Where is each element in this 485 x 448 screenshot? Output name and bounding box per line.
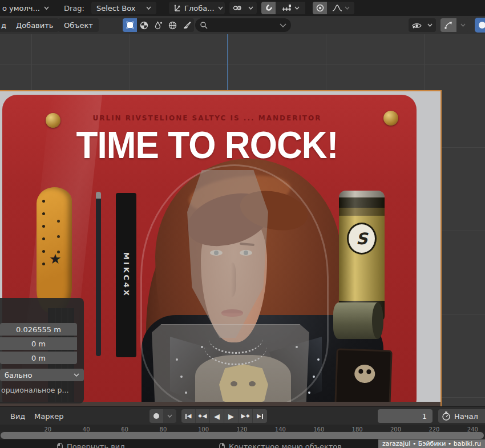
gizmo-arc-arrow-icon	[444, 21, 453, 30]
strip-vertical-text: MIKC4X	[122, 252, 131, 298]
guitar-star-decal: ★	[49, 251, 62, 267]
viewport-header: д Добавить Объект	[0, 16, 485, 34]
jump-to-end-button[interactable]: ▶	[253, 409, 267, 423]
ruler-frame-number: 140	[275, 426, 286, 431]
left-triangle-icon: ◀	[203, 413, 207, 419]
play-button[interactable]: ▶	[224, 409, 239, 423]
ruler-frame-number: 60	[121, 426, 128, 431]
move-x-field[interactable]: 0.026555 m	[0, 323, 77, 336]
globe-icon	[168, 21, 177, 30]
tool-settings-bar: о умолч... Drag: Select Box Глоба...	[0, 0, 485, 16]
guitar-headstock	[37, 186, 72, 314]
chevron-down-icon	[427, 23, 433, 27]
menu-object[interactable]: Объект	[58, 18, 99, 32]
operator-panel-move[interactable]: 0.026555 m 0 m 0 m бально орциональное р…	[0, 298, 84, 403]
orientation-value: Глоба...	[184, 4, 215, 13]
falloff-curve-icon	[332, 4, 342, 12]
texture-paint-button[interactable]	[180, 18, 194, 32]
status-hint-context-menu: Контекстное меню объектов	[219, 442, 342, 448]
brush-icon	[183, 21, 191, 30]
eye-icon	[412, 22, 422, 29]
move-y-field[interactable]: 0 m	[0, 337, 77, 350]
frame-start-field[interactable]: Начал	[438, 409, 485, 423]
right-triangle-icon: ▶	[257, 413, 261, 419]
timeline-ruler[interactable]: 20406080100120140160180200220240	[0, 425, 485, 431]
stopwatch-icon	[442, 411, 451, 421]
left-triangle-icon: ◀	[214, 413, 220, 420]
world-button[interactable]	[165, 18, 180, 32]
prev-keyframe-button[interactable]: ◆◀	[196, 409, 210, 423]
chevron-down-icon	[280, 23, 286, 27]
drumstick	[96, 192, 101, 356]
preset-dropdown[interactable]: о умолч...	[2, 2, 49, 14]
timeline-menu-view[interactable]: Вид	[7, 409, 29, 423]
search-input[interactable]	[195, 18, 291, 32]
next-keyframe-button[interactable]: ▶◆	[239, 409, 253, 423]
menu-add[interactable]: Добавить	[10, 18, 59, 32]
ruler-frame-number: 100	[198, 426, 209, 431]
ruler-frame-number: 20	[44, 426, 51, 431]
current-frame-field[interactable]: 1	[378, 409, 433, 423]
right-triangle-icon: ▶	[241, 413, 246, 419]
keying-dropdown[interactable]	[164, 409, 176, 423]
snap-target-dropdown[interactable]	[276, 2, 305, 14]
sphere-quarters-icon	[140, 21, 148, 30]
show-overlays-dropdown[interactable]	[409, 18, 436, 32]
orientation-dropdown[interactable]: бально	[0, 369, 84, 381]
frame-start-label: Начал	[454, 412, 478, 421]
auto-keying-group	[149, 409, 176, 423]
mouse-right-icon	[219, 443, 225, 448]
ruler-frame-number: 120	[236, 426, 247, 431]
proportional-circle-icon	[316, 4, 324, 12]
orientation-axes-icon	[173, 4, 181, 12]
droplet-icon	[154, 21, 163, 30]
model-torso-overlay	[152, 324, 309, 406]
skull-card	[334, 348, 392, 406]
transform-orientation-dropdown[interactable]: Глоба...	[169, 2, 225, 14]
ruler-frame-number: 200	[390, 426, 401, 431]
viewport-shading-rendered-button[interactable]	[475, 18, 485, 33]
shading-sphere-white-icon	[478, 21, 485, 30]
timeline-scrollbar-thumb[interactable]	[1, 432, 484, 439]
card-skull-graphic	[354, 364, 375, 383]
snap-toggle-button[interactable]	[261, 2, 276, 14]
preset-label: о умолч...	[2, 4, 40, 13]
auto-keying-button[interactable]	[149, 409, 164, 423]
ruler-frame-number: 80	[160, 426, 167, 431]
diamond-icon: ◆	[199, 414, 202, 418]
can-logo: S	[347, 223, 377, 255]
poster-title: TIME TO ROCK!	[13, 123, 402, 167]
chevron-down-icon	[167, 414, 172, 418]
material-button[interactable]	[151, 18, 165, 32]
chevron-down-icon	[460, 23, 466, 27]
drag-label: Drag:	[64, 2, 84, 14]
drag-mode-dropdown[interactable]: Select Box	[91, 2, 156, 14]
grid-line	[0, 64, 485, 64]
object-mode-button[interactable]	[123, 18, 137, 32]
jump-to-start-button[interactable]: ◀	[181, 409, 196, 423]
right-triangle-icon: ▶	[228, 413, 234, 420]
gizmo-dropdown[interactable]	[456, 18, 469, 32]
snap-group	[261, 2, 305, 14]
record-circle-icon	[153, 413, 159, 419]
shading-sphere-button[interactable]	[137, 18, 151, 32]
proportional-edit-toggle[interactable]	[313, 2, 327, 14]
falloff-dropdown[interactable]	[327, 2, 354, 14]
play-reverse-button[interactable]: ◀	[210, 409, 224, 423]
tape-roll-cap	[372, 302, 383, 339]
status-bar: Повернуть вид Контекстное меню объектов …	[0, 439, 485, 448]
blender-window: о умолч... Drag: Select Box Глоба...	[0, 0, 485, 448]
chevron-down-icon	[218, 6, 223, 10]
move-z-field[interactable]: 0 m	[0, 352, 77, 364]
watermark: zarazajul • Бэйбики • babiki.ru	[378, 439, 485, 448]
chevron-down-icon	[345, 6, 350, 10]
ruler-frame-number: 240	[467, 426, 478, 431]
viewport-3d[interactable]: URLIN RIVSTELIONE SALTYC IS ... MANDERIT…	[0, 34, 485, 406]
show-gizmo-toggle[interactable]	[440, 18, 456, 32]
chevron-down-icon	[146, 6, 151, 10]
timeline-scrollbar-track[interactable]	[0, 431, 485, 439]
pivot-point-dropdown[interactable]	[229, 2, 257, 14]
chevron-down-icon	[294, 6, 300, 10]
drag-mode-value: Select Box	[96, 4, 135, 13]
timeline-menu-marker[interactable]: Маркер	[31, 409, 67, 423]
